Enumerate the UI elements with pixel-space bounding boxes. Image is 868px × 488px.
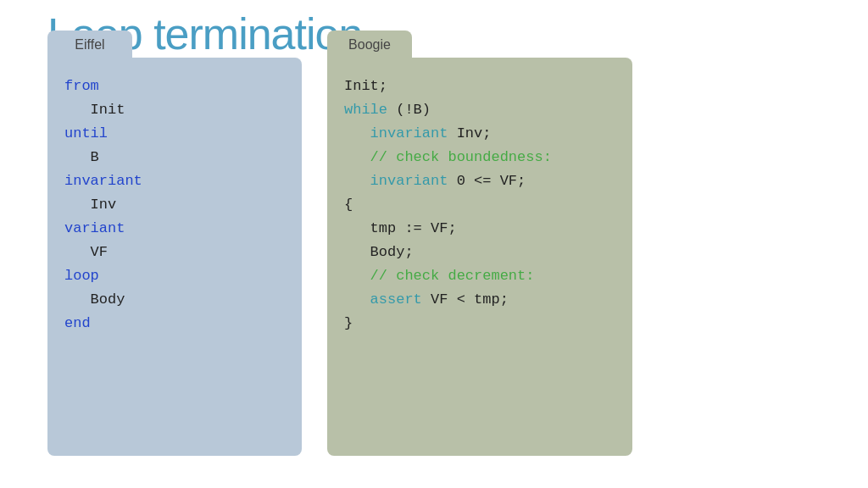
code-line: // check decrement: — [344, 264, 615, 288]
code-line: Body — [64, 288, 285, 312]
code-line: B — [64, 146, 285, 169]
eiffel-card: Eiffel from Init until B invariant Inv v… — [47, 58, 302, 456]
code-line: Init; — [344, 75, 615, 98]
code-line: assert VF < tmp; — [344, 288, 615, 312]
code-line: } — [344, 312, 615, 336]
code-line: Init — [64, 98, 285, 122]
cards-container: Eiffel from Init until B invariant Inv v… — [47, 58, 632, 456]
code-line: Body; — [344, 241, 615, 264]
code-line: invariant Inv; — [344, 122, 615, 146]
code-line: tmp := VF; — [344, 217, 615, 241]
code-line: { — [344, 193, 615, 217]
code-line: variant — [64, 217, 285, 241]
eiffel-code: from Init until B invariant Inv variant … — [64, 75, 285, 336]
boogie-card: Boogie Init; while (!B) invariant Inv; /… — [327, 58, 632, 456]
code-line: while (!B) — [344, 98, 615, 122]
code-line: end — [64, 312, 285, 336]
code-line: until — [64, 122, 285, 146]
code-line: invariant — [64, 169, 285, 193]
boogie-code: Init; while (!B) invariant Inv; // check… — [344, 75, 615, 336]
code-line: VF — [64, 241, 285, 264]
code-line: from — [64, 75, 285, 98]
code-line: // check boundedness: — [344, 146, 615, 169]
code-line: invariant 0 <= VF; — [344, 169, 615, 193]
boogie-tab: Boogie — [327, 30, 412, 59]
code-line: Inv — [64, 193, 285, 217]
code-line: loop — [64, 264, 285, 288]
eiffel-tab: Eiffel — [47, 30, 132, 59]
